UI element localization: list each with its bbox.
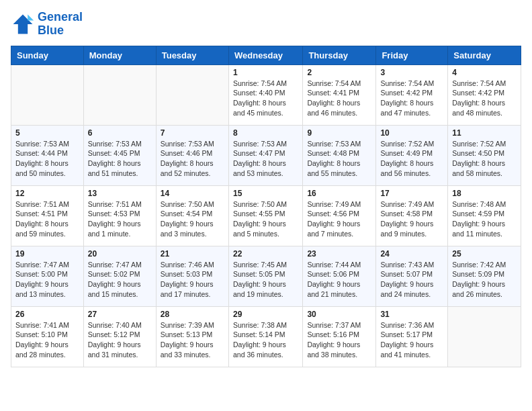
- day-info: Sunrise: 7:50 AM Sunset: 4:55 PM Dayligh…: [233, 199, 298, 239]
- weekday-header: Thursday: [303, 46, 376, 64]
- day-info: Sunrise: 7:53 AM Sunset: 4:46 PM Dayligh…: [161, 139, 224, 179]
- weekday-header: Friday: [376, 46, 448, 64]
- logo-icon: [11, 12, 35, 36]
- day-info: Sunrise: 7:53 AM Sunset: 4:48 PM Dayligh…: [307, 139, 371, 179]
- weekday-header: Tuesday: [156, 46, 228, 64]
- day-number: 10: [380, 128, 443, 138]
- calendar-cell: 23Sunrise: 7:44 AM Sunset: 5:06 PM Dayli…: [303, 246, 376, 306]
- calendar-cell: 5Sunrise: 7:53 AM Sunset: 4:44 PM Daylig…: [11, 125, 84, 185]
- calendar-cell: 6Sunrise: 7:53 AM Sunset: 4:45 PM Daylig…: [83, 125, 156, 185]
- day-number: 13: [88, 189, 152, 198]
- day-info: Sunrise: 7:38 AM Sunset: 5:14 PM Dayligh…: [233, 320, 298, 360]
- svg-marker-1: [28, 14, 34, 20]
- day-info: Sunrise: 7:36 AM Sunset: 5:17 PM Dayligh…: [380, 320, 443, 360]
- day-info: Sunrise: 7:53 AM Sunset: 4:47 PM Dayligh…: [233, 139, 298, 179]
- logo-text: General Blue: [38, 11, 83, 38]
- page-header: General Blue: [11, 11, 521, 38]
- day-number: 18: [452, 189, 517, 198]
- calendar-cell: [11, 64, 84, 125]
- calendar-cell: 9Sunrise: 7:53 AM Sunset: 4:48 PM Daylig…: [303, 125, 376, 185]
- calendar-cell: 17Sunrise: 7:49 AM Sunset: 4:58 PM Dayli…: [376, 185, 448, 246]
- day-number: 2: [307, 68, 371, 77]
- calendar-cell: 29Sunrise: 7:38 AM Sunset: 5:14 PM Dayli…: [228, 306, 302, 367]
- logo: General Blue: [11, 11, 83, 38]
- day-number: 21: [161, 249, 224, 259]
- calendar-header: SundayMondayTuesdayWednesdayThursdayFrid…: [11, 46, 521, 64]
- calendar-cell: 4Sunrise: 7:54 AM Sunset: 4:42 PM Daylig…: [448, 64, 521, 125]
- day-number: 7: [161, 128, 224, 138]
- calendar-week-row: 5Sunrise: 7:53 AM Sunset: 4:44 PM Daylig…: [11, 125, 521, 185]
- weekday-header: Wednesday: [228, 46, 302, 64]
- day-info: Sunrise: 7:54 AM Sunset: 4:42 PM Dayligh…: [452, 79, 517, 118]
- calendar-cell: 2Sunrise: 7:54 AM Sunset: 4:41 PM Daylig…: [303, 64, 376, 125]
- day-number: 9: [307, 128, 371, 138]
- day-number: 1: [233, 68, 298, 77]
- calendar-cell: 30Sunrise: 7:37 AM Sunset: 5:16 PM Dayli…: [303, 306, 376, 367]
- day-info: Sunrise: 7:45 AM Sunset: 5:05 PM Dayligh…: [233, 260, 298, 300]
- calendar-cell: 26Sunrise: 7:41 AM Sunset: 5:10 PM Dayli…: [11, 306, 84, 367]
- calendar-cell: 31Sunrise: 7:36 AM Sunset: 5:17 PM Dayli…: [376, 306, 448, 367]
- day-number: 19: [15, 249, 79, 259]
- calendar-cell: 1Sunrise: 7:54 AM Sunset: 4:40 PM Daylig…: [228, 64, 302, 125]
- weekday-header: Saturday: [448, 46, 521, 64]
- weekday-row: SundayMondayTuesdayWednesdayThursdayFrid…: [11, 46, 521, 64]
- day-number: 28: [161, 310, 224, 319]
- day-number: 16: [307, 189, 371, 198]
- day-info: Sunrise: 7:54 AM Sunset: 4:42 PM Dayligh…: [380, 79, 443, 118]
- calendar-cell: [448, 306, 521, 367]
- day-info: Sunrise: 7:44 AM Sunset: 5:06 PM Dayligh…: [307, 260, 371, 300]
- day-number: 3: [380, 68, 443, 77]
- calendar-table: SundayMondayTuesdayWednesdayThursdayFrid…: [11, 46, 521, 367]
- day-info: Sunrise: 7:49 AM Sunset: 4:58 PM Dayligh…: [380, 199, 443, 239]
- day-number: 31: [380, 310, 443, 319]
- day-info: Sunrise: 7:53 AM Sunset: 4:44 PM Dayligh…: [15, 139, 79, 179]
- day-number: 27: [88, 310, 152, 319]
- calendar-cell: 11Sunrise: 7:52 AM Sunset: 4:50 PM Dayli…: [448, 125, 521, 185]
- weekday-header: Monday: [83, 46, 156, 64]
- calendar-cell: 14Sunrise: 7:50 AM Sunset: 4:54 PM Dayli…: [156, 185, 228, 246]
- weekday-header: Sunday: [11, 46, 84, 64]
- calendar-cell: 8Sunrise: 7:53 AM Sunset: 4:47 PM Daylig…: [228, 125, 302, 185]
- day-info: Sunrise: 7:37 AM Sunset: 5:16 PM Dayligh…: [307, 320, 371, 360]
- day-number: 25: [452, 249, 517, 259]
- day-number: 23: [307, 249, 371, 259]
- day-info: Sunrise: 7:40 AM Sunset: 5:12 PM Dayligh…: [88, 320, 152, 360]
- day-info: Sunrise: 7:41 AM Sunset: 5:10 PM Dayligh…: [15, 320, 79, 360]
- day-number: 4: [452, 68, 517, 77]
- calendar-cell: 12Sunrise: 7:51 AM Sunset: 4:51 PM Dayli…: [11, 185, 84, 246]
- day-info: Sunrise: 7:51 AM Sunset: 4:51 PM Dayligh…: [15, 199, 79, 239]
- calendar-cell: 19Sunrise: 7:47 AM Sunset: 5:00 PM Dayli…: [11, 246, 84, 306]
- day-number: 5: [15, 128, 79, 138]
- day-info: Sunrise: 7:52 AM Sunset: 4:49 PM Dayligh…: [380, 139, 443, 179]
- calendar-cell: [156, 64, 228, 125]
- day-number: 29: [233, 310, 298, 319]
- calendar-cell: [83, 64, 156, 125]
- calendar-cell: 24Sunrise: 7:43 AM Sunset: 5:07 PM Dayli…: [376, 246, 448, 306]
- calendar-cell: 18Sunrise: 7:48 AM Sunset: 4:59 PM Dayli…: [448, 185, 521, 246]
- day-info: Sunrise: 7:52 AM Sunset: 4:50 PM Dayligh…: [452, 139, 517, 179]
- day-info: Sunrise: 7:54 AM Sunset: 4:41 PM Dayligh…: [307, 79, 371, 118]
- day-number: 15: [233, 189, 298, 198]
- calendar-cell: 7Sunrise: 7:53 AM Sunset: 4:46 PM Daylig…: [156, 125, 228, 185]
- day-info: Sunrise: 7:47 AM Sunset: 5:02 PM Dayligh…: [88, 260, 152, 300]
- calendar-cell: 28Sunrise: 7:39 AM Sunset: 5:13 PM Dayli…: [156, 306, 228, 367]
- day-number: 11: [452, 128, 517, 138]
- calendar-week-row: 1Sunrise: 7:54 AM Sunset: 4:40 PM Daylig…: [11, 64, 521, 125]
- day-info: Sunrise: 7:39 AM Sunset: 5:13 PM Dayligh…: [161, 320, 224, 360]
- calendar-cell: 15Sunrise: 7:50 AM Sunset: 4:55 PM Dayli…: [228, 185, 302, 246]
- day-info: Sunrise: 7:53 AM Sunset: 4:45 PM Dayligh…: [88, 139, 152, 179]
- day-info: Sunrise: 7:50 AM Sunset: 4:54 PM Dayligh…: [161, 199, 224, 239]
- calendar-cell: 20Sunrise: 7:47 AM Sunset: 5:02 PM Dayli…: [83, 246, 156, 306]
- calendar-cell: 21Sunrise: 7:46 AM Sunset: 5:03 PM Dayli…: [156, 246, 228, 306]
- day-info: Sunrise: 7:47 AM Sunset: 5:00 PM Dayligh…: [15, 260, 79, 300]
- calendar-week-row: 26Sunrise: 7:41 AM Sunset: 5:10 PM Dayli…: [11, 306, 521, 367]
- day-number: 6: [88, 128, 152, 138]
- day-number: 24: [380, 249, 443, 259]
- calendar-cell: 25Sunrise: 7:42 AM Sunset: 5:09 PM Dayli…: [448, 246, 521, 306]
- calendar-cell: 27Sunrise: 7:40 AM Sunset: 5:12 PM Dayli…: [83, 306, 156, 367]
- day-info: Sunrise: 7:46 AM Sunset: 5:03 PM Dayligh…: [161, 260, 224, 300]
- calendar-week-row: 19Sunrise: 7:47 AM Sunset: 5:00 PM Dayli…: [11, 246, 521, 306]
- calendar-body: 1Sunrise: 7:54 AM Sunset: 4:40 PM Daylig…: [11, 64, 521, 367]
- day-number: 20: [88, 249, 152, 259]
- day-info: Sunrise: 7:54 AM Sunset: 4:40 PM Dayligh…: [233, 79, 298, 118]
